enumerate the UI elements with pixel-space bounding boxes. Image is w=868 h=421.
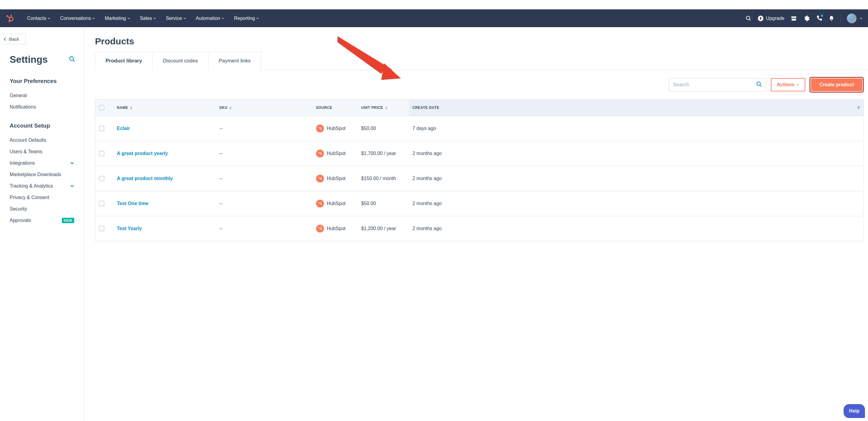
hubspot-source-icon <box>316 125 324 132</box>
svg-line-26 <box>319 177 320 179</box>
table-row: A great product monthly--HubSpot$150.00 … <box>95 166 864 191</box>
sidebar-item-marketplace-downloads[interactable]: Marketplace Downloads <box>0 169 84 180</box>
help-label: Help <box>849 408 860 414</box>
tab-product-library[interactable]: Product library <box>95 52 153 70</box>
sidebar-item-notifications[interactable]: Notifications <box>0 101 84 113</box>
marketplace-icon[interactable] <box>790 15 797 22</box>
nav-item-marketing[interactable]: Marketing <box>100 9 135 27</box>
hubspot-source-icon <box>316 225 324 232</box>
svg-point-7 <box>746 16 750 20</box>
settings-search-icon[interactable] <box>69 56 75 64</box>
hubspot-source-icon <box>316 200 324 207</box>
chevron-down-icon <box>70 161 74 165</box>
svg-line-6 <box>10 20 10 21</box>
table-row: Test One time--HubSpot$50.002 months ago <box>95 191 864 216</box>
product-name-link[interactable]: Test Yearly <box>117 226 142 231</box>
tabs: Product libraryDiscount codesPayment lin… <box>95 51 868 70</box>
cell-unit-price: $1,700.00 / year <box>358 141 409 166</box>
search-box[interactable] <box>669 78 767 91</box>
select-all-checkbox[interactable] <box>99 105 104 110</box>
svg-point-4 <box>10 15 12 16</box>
toolbar: Actions Create product <box>95 70 868 99</box>
row-checkbox[interactable] <box>99 176 104 181</box>
search-input[interactable] <box>673 82 756 88</box>
col-create-date[interactable]: CREATE DATE <box>409 99 864 116</box>
nav-item-reporting[interactable]: Reporting <box>229 9 264 27</box>
account-menu[interactable] <box>847 13 863 23</box>
nav-item-automation[interactable]: Automation <box>191 9 229 27</box>
col-name[interactable]: NAME <box>114 99 216 116</box>
chevron-left-icon <box>4 37 7 41</box>
cell-sku: -- <box>216 216 312 241</box>
col-sku[interactable]: SKU <box>216 99 312 116</box>
col-source[interactable]: SOURCE <box>312 99 358 116</box>
product-name-link[interactable]: Test One time <box>117 201 149 206</box>
sidebar-item-security[interactable]: Security <box>0 203 84 215</box>
chevron-down-icon <box>183 17 186 20</box>
chevron-down-icon <box>127 17 130 20</box>
upgrade-button[interactable]: Upgrade <box>757 15 784 22</box>
settings-sidebar: Back Settings Your Preferences GeneralNo… <box>0 27 84 421</box>
cell-source: HubSpot <box>316 174 354 183</box>
chevron-down-icon <box>70 184 74 188</box>
help-button[interactable]: Help <box>843 404 865 418</box>
search-icon[interactable] <box>746 15 752 22</box>
sidebar-item-users-teams[interactable]: Users & Teams <box>0 146 84 157</box>
cell-source: HubSpot <box>316 200 354 207</box>
side-section-account-setup: Account Setup <box>0 123 84 129</box>
cell-create-date: 2 months ago <box>409 166 864 191</box>
create-product-button[interactable]: Create product <box>811 78 862 91</box>
settings-gear-icon[interactable] <box>803 15 810 22</box>
tab-discount-codes[interactable]: Discount codes <box>153 52 208 70</box>
product-name-link[interactable]: A great product monthly <box>117 176 173 181</box>
row-checkbox[interactable] <box>99 151 104 156</box>
chevron-down-icon <box>48 17 50 20</box>
row-checkbox[interactable] <box>99 226 104 231</box>
sidebar-item-approvals[interactable]: ApprovalsNEW <box>0 215 84 226</box>
caret-down-icon <box>796 83 799 86</box>
create-product-highlight: Create product <box>809 77 864 93</box>
svg-point-23 <box>320 152 321 152</box>
nav-item-conversations[interactable]: Conversations <box>55 9 100 27</box>
hubspot-logo-icon[interactable] <box>5 14 14 23</box>
sidebar-item-general[interactable]: General <box>0 90 84 101</box>
svg-line-16 <box>319 128 320 128</box>
nav-item-service[interactable]: Service <box>161 9 191 27</box>
svg-line-36 <box>319 228 320 229</box>
tab-payment-links[interactable]: Payment links <box>208 52 261 70</box>
sidebar-item-tracking-analytics[interactable]: Tracking & Analytics <box>0 180 84 192</box>
upgrade-label: Upgrade <box>766 16 784 21</box>
sidebar-item-privacy-consent[interactable]: Privacy & Consent <box>0 192 84 203</box>
row-checkbox[interactable] <box>99 126 104 131</box>
svg-point-28 <box>320 177 321 177</box>
svg-line-2 <box>8 16 10 18</box>
nav-item-contacts[interactable]: Contacts <box>22 9 55 27</box>
nav-item-sales[interactable]: Sales <box>135 9 161 27</box>
actions-button[interactable]: Actions <box>771 78 806 91</box>
chevron-down-icon <box>256 17 259 20</box>
cell-source: HubSpot <box>316 225 354 232</box>
phone-icon[interactable] <box>816 15 823 22</box>
chevron-down-icon <box>221 17 224 20</box>
actions-label: Actions <box>777 82 795 88</box>
search-icon <box>756 81 762 88</box>
cell-sku: -- <box>216 116 312 141</box>
sidebar-item-account-defaults[interactable]: Account Defaults <box>0 134 84 146</box>
col-unit-price[interactable]: UNIT PRICE <box>358 99 409 116</box>
row-checkbox[interactable] <box>99 201 104 206</box>
cell-create-date: 2 months ago <box>409 191 864 216</box>
bell-icon[interactable] <box>829 15 835 22</box>
cell-sku: -- <box>216 166 312 191</box>
cell-create-date: 2 months ago <box>409 141 864 166</box>
sidebar-item-integrations[interactable]: Integrations <box>0 157 84 169</box>
product-name-link[interactable]: Eclair <box>117 126 130 131</box>
cell-create-date: 2 months ago <box>409 216 864 241</box>
top-navbar: ContactsConversationsMarketingSalesServi… <box>0 9 868 27</box>
back-button[interactable]: Back <box>0 34 26 44</box>
cell-source: HubSpot <box>316 125 354 132</box>
products-table: NAME SKU SOURCE UNIT PRICE CREATE DATE E… <box>95 99 864 241</box>
cell-sku: -- <box>216 191 312 216</box>
svg-point-18 <box>320 127 321 127</box>
product-name-link[interactable]: A great product yearly <box>117 151 168 156</box>
table-row: A great product yearly--HubSpot$1,700.00… <box>95 141 864 166</box>
